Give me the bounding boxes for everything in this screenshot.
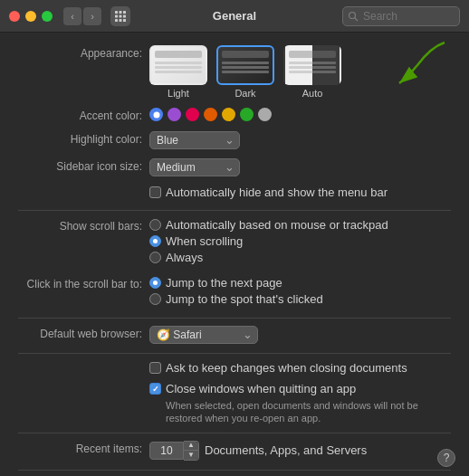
- ask-changes-text: Ask to keep changes when closing documen…: [166, 361, 407, 375]
- accent-blue[interactable]: [149, 108, 163, 121]
- separator-4: [18, 433, 451, 433]
- search-icon: [348, 11, 359, 22]
- scroll-auto-row: Automatically based on mouse or trackpad: [149, 218, 451, 232]
- close-windows-subtext: When selected, open documents and window…: [166, 399, 451, 425]
- browser-row: Default web browser: 🧭 Safari: [18, 326, 451, 344]
- accent-colors: [149, 108, 451, 121]
- minimize-button[interactable]: [25, 11, 36, 22]
- titlebar: ‹ › General: [0, 0, 469, 33]
- forward-button[interactable]: ›: [83, 7, 101, 25]
- accent-label: Accent color:: [18, 108, 149, 122]
- click-spot-label: Jump to the spot that's clicked: [166, 292, 323, 306]
- search-input[interactable]: [342, 6, 460, 26]
- stepper-down-button[interactable]: ▼: [184, 451, 198, 460]
- svg-rect-1: [120, 11, 122, 14]
- click-next-radio[interactable]: [149, 277, 161, 289]
- zoom-button[interactable]: [42, 11, 53, 22]
- accent-red[interactable]: [204, 108, 217, 121]
- close-windows-text: Close windows when quitting an app: [166, 382, 356, 395]
- svg-rect-2: [123, 11, 126, 14]
- back-button[interactable]: ‹: [63, 7, 81, 25]
- thumb-line: [289, 62, 336, 64]
- thumb-line: [289, 66, 336, 69]
- auto-hide-checkbox[interactable]: [149, 186, 161, 198]
- scroll-bars-content: Automatically based on mouse or trackpad…: [149, 218, 451, 267]
- svg-rect-3: [115, 14, 118, 17]
- scroll-auto-radio[interactable]: [149, 219, 161, 231]
- close-button[interactable]: [9, 11, 20, 22]
- thumb-lines-dark: [222, 62, 269, 75]
- scroll-auto-label: Automatically based on mouse or trackpad: [166, 218, 388, 232]
- appearance-auto[interactable]: Auto: [283, 45, 341, 99]
- accent-pink[interactable]: [186, 108, 199, 121]
- appearance-light[interactable]: Light: [149, 45, 207, 99]
- accent-yellow[interactable]: [240, 108, 254, 121]
- close-windows-content: Close windows when quitting an app When …: [149, 382, 451, 425]
- click-spot-row: Jump to the spot that's clicked: [149, 292, 451, 306]
- appearance-dark-label: Dark: [234, 88, 255, 99]
- appearance-light-label: Light: [168, 88, 189, 99]
- svg-rect-8: [123, 19, 126, 22]
- stepper-up-button[interactable]: ▲: [184, 442, 198, 451]
- appearance-dark[interactable]: Dark: [216, 45, 274, 99]
- close-windows-spacer: [18, 382, 149, 384]
- browser-label: Default web browser:: [18, 326, 149, 340]
- ask-changes-checkbox[interactable]: [149, 362, 161, 374]
- ask-changes-row: Ask to keep changes when closing documen…: [18, 361, 451, 378]
- auto-hide-content: Automatically hide and show the menu bar: [149, 186, 451, 203]
- sidebar-size-label: Sidebar icon size:: [18, 158, 149, 173]
- content: Appearance: Light: [0, 33, 469, 476]
- svg-rect-4: [120, 14, 122, 17]
- scroll-always-row: Always: [149, 251, 451, 264]
- appearance-row: Appearance: Light: [18, 45, 451, 99]
- nav-buttons: ‹ ›: [63, 7, 101, 25]
- appearance-label: Appearance:: [18, 45, 149, 60]
- sidebar-size-select-wrap: Medium: [149, 158, 240, 176]
- thumb-lines-auto: [289, 62, 336, 75]
- svg-line-10: [355, 17, 359, 21]
- thumb-line: [222, 71, 269, 73]
- auto-hide-label-spacer: [18, 186, 149, 187]
- accent-orange[interactable]: [222, 108, 235, 121]
- auto-hide-row: Automatically hide and show the menu bar: [18, 186, 451, 203]
- thumb-line: [155, 62, 202, 64]
- traffic-lights: [9, 11, 53, 22]
- highlight-select[interactable]: Blue: [149, 131, 240, 149]
- scroll-scrolling-label: When scrolling: [166, 234, 243, 248]
- scroll-bars-row: Show scroll bars: Automatically based on…: [18, 218, 451, 267]
- grid-button[interactable]: [110, 6, 130, 26]
- highlight-row: Highlight color: Blue: [18, 131, 451, 149]
- highlight-content: Blue: [149, 131, 451, 149]
- recent-items-row: Recent items: ▲ ▼ Documents, Apps, and S…: [18, 441, 451, 461]
- recent-items-suffix: Documents, Apps, and Servers: [205, 443, 367, 457]
- sidebar-size-content: Medium: [149, 158, 451, 176]
- recent-items-input[interactable]: [149, 442, 184, 460]
- thumb-inner-light: [155, 51, 202, 58]
- appearance-light-thumb: [149, 45, 207, 85]
- highlight-label: Highlight color:: [18, 131, 149, 146]
- close-windows-checkbox[interactable]: [149, 383, 161, 395]
- accent-row: Accent color:: [18, 108, 451, 122]
- ask-changes-checkbox-row: Ask to keep changes when closing documen…: [149, 361, 451, 375]
- accent-graphite[interactable]: [258, 108, 272, 121]
- svg-rect-6: [115, 19, 118, 22]
- separator-1: [18, 210, 451, 211]
- sidebar-size-select[interactable]: Medium: [149, 158, 240, 176]
- recent-items-content: ▲ ▼ Documents, Apps, and Servers: [149, 441, 451, 461]
- click-scroll-label: Click in the scroll bar to:: [18, 276, 149, 290]
- scroll-always-radio[interactable]: [149, 252, 161, 263]
- scroll-scrolling-row: When scrolling: [149, 234, 451, 248]
- help-button[interactable]: ?: [437, 449, 455, 467]
- grid-icon: [114, 10, 127, 23]
- browser-select[interactable]: 🧭 Safari: [149, 326, 258, 344]
- click-spot-radio[interactable]: [149, 293, 161, 305]
- thumb-lines-light: [155, 62, 202, 75]
- scroll-scrolling-radio[interactable]: [149, 235, 161, 247]
- separator-2: [18, 318, 451, 319]
- ask-changes-content: Ask to keep changes when closing documen…: [149, 361, 451, 378]
- window-title: General: [213, 9, 256, 23]
- separator-5: [18, 470, 451, 471]
- click-scroll-row: Click in the scroll bar to: Jump to the …: [18, 276, 451, 309]
- accent-purple[interactable]: [168, 108, 181, 121]
- thumb-line: [155, 66, 202, 69]
